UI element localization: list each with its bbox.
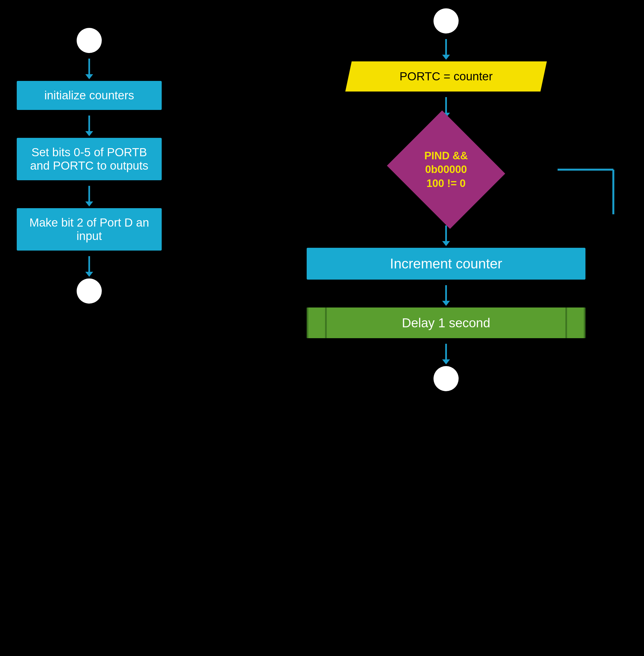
start-connector-right	[434, 8, 459, 34]
init-counters-box: initialize counters	[17, 81, 162, 110]
arrow-r5	[445, 344, 447, 360]
arrow-r2	[445, 97, 447, 114]
arrow-4	[88, 256, 90, 273]
arrow-2	[88, 115, 90, 132]
arrow-r3	[445, 225, 447, 242]
pind-diamond-wrapper: PIND &&0b00000100 != 0	[388, 125, 505, 214]
delay-second-box: Delay 1 second	[307, 307, 585, 338]
arrow-3	[88, 186, 90, 202]
diamond-container: PIND &&0b00000100 != 0	[307, 125, 585, 214]
start-connector-left	[77, 28, 102, 53]
increment-counter-box: Increment counter	[307, 248, 585, 280]
arrow-r1	[445, 39, 447, 56]
arrow-1	[88, 59, 90, 75]
portc-assign-box: PORTC = counter	[345, 61, 547, 91]
arrow-r4	[445, 285, 447, 302]
loop-arrow-svg	[557, 125, 636, 214]
end-connector-right	[434, 366, 459, 391]
pind-diamond-text: PIND &&0b00000100 != 0	[424, 149, 468, 190]
set-bits-box: Set bits 0-5 of PORTB and PORTC to outpu…	[17, 138, 162, 180]
right-flowchart: PORTC = counter PIND &&0b00000100 != 0 I…	[307, 8, 585, 391]
left-flowchart: initialize counters Set bits 0-5 of PORT…	[17, 28, 162, 304]
end-connector-left	[77, 279, 102, 304]
make-bit2-box: Make bit 2 of Port D an input	[17, 208, 162, 250]
